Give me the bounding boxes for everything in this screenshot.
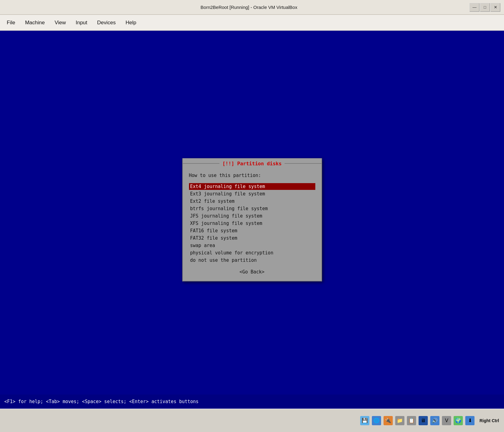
option-encryption[interactable]: physical volume for encryption xyxy=(189,249,315,256)
option-ext2[interactable]: Ext2 file system xyxy=(189,198,315,205)
dialog-prompt: How to use this partition: xyxy=(189,173,315,178)
option-ext3[interactable]: Ext3 journaling file system xyxy=(189,190,315,197)
menu-item-input[interactable]: Input xyxy=(71,18,92,28)
menu-item-file[interactable]: File xyxy=(2,18,19,28)
audio-icon[interactable]: 🔊 xyxy=(430,416,439,425)
menu-item-machine[interactable]: Machine xyxy=(21,18,49,28)
dialog-title: [!!] Partition disks xyxy=(219,161,285,167)
option-xfs[interactable]: XFS journaling file system xyxy=(189,220,315,227)
minimize-button[interactable]: — xyxy=(470,3,479,12)
partition-dialog: [!!] Partition disks How to use this par… xyxy=(182,158,322,281)
menu-item-devices[interactable]: Devices xyxy=(93,18,120,28)
dialog-content: How to use this partition: Ext4 journali… xyxy=(183,168,321,281)
v-icon[interactable]: V xyxy=(442,416,451,425)
usb-icon[interactable]: 🔌 xyxy=(384,416,393,425)
maximize-button[interactable]: □ xyxy=(480,3,490,12)
dialog-options-list: Ext4 journaling file system Ext3 journal… xyxy=(189,183,315,264)
status-bar: <F1> for help; <Tab> moves; <Space> sele… xyxy=(0,395,504,409)
go-back-button[interactable]: <Go Back> xyxy=(189,269,315,275)
menu-bar: File Machine View Input Devices Help xyxy=(0,15,504,31)
globe-icon[interactable]: 🌍 xyxy=(454,416,463,425)
option-fat16[interactable]: FAT16 file system xyxy=(189,227,315,234)
vm-display: [!!] Partition disks How to use this par… xyxy=(0,31,504,409)
close-button[interactable]: ✕ xyxy=(490,3,500,12)
network-icon[interactable]: 🌐 xyxy=(372,416,381,425)
menu-item-help[interactable]: Help xyxy=(121,18,141,28)
option-ext4[interactable]: Ext4 journaling file system xyxy=(189,183,315,190)
option-no-use[interactable]: do not use the partition xyxy=(189,257,315,264)
option-jfs[interactable]: JFS journaling file system xyxy=(189,213,315,219)
status-text: <F1> for help; <Tab> moves; <Space> sele… xyxy=(4,399,199,404)
disk-icon[interactable]: 💾 xyxy=(360,416,369,425)
display-icon[interactable]: 🖥 xyxy=(419,416,428,425)
option-swap[interactable]: swap area xyxy=(189,242,315,249)
shared-folder-icon[interactable]: 📁 xyxy=(395,416,404,425)
download-icon[interactable]: ⬇ xyxy=(465,416,474,425)
window-controls: — □ ✕ xyxy=(470,3,500,12)
menu-item-view[interactable]: View xyxy=(50,18,70,28)
option-btrfs[interactable]: btrfs journaling file system xyxy=(189,205,315,212)
window-title: Born2BeRoot [Running] - Oracle VM Virtua… xyxy=(28,5,470,10)
title-bar: Born2BeRoot [Running] - Oracle VM Virtua… xyxy=(0,0,504,15)
right-ctrl-label: Right Ctrl xyxy=(479,418,499,423)
dialog-title-bar: [!!] Partition disks xyxy=(183,158,321,168)
taskbar: 💾 🌐 🔌 📁 📋 🖥 🔊 V 🌍 ⬇ Right Ctrl xyxy=(0,409,504,432)
clipboard-icon[interactable]: 📋 xyxy=(407,416,416,425)
option-fat32[interactable]: FAT32 file system xyxy=(189,235,315,242)
